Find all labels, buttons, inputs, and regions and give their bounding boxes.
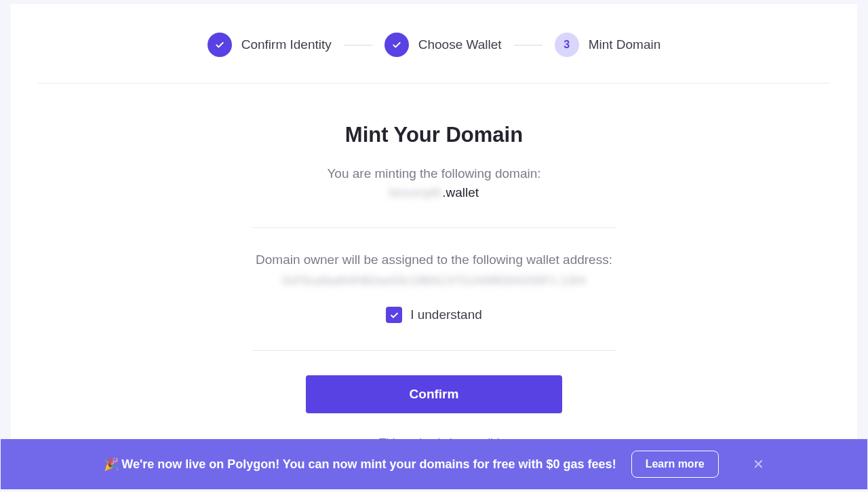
- step-choose-wallet: Choose Wallet: [384, 33, 502, 57]
- domain-suffix: .wallet: [442, 185, 479, 200]
- divider: [252, 227, 616, 228]
- domain-name: bmumyth.wallet: [38, 185, 830, 200]
- step-divider: [344, 45, 372, 45]
- owner-intro-text: Domain owner will be assigned to the fol…: [38, 252, 830, 267]
- step-label: Mint Domain: [589, 37, 661, 52]
- announcement-banner: 🎉We're now live on Polygon! You can now …: [1, 439, 867, 489]
- step-number-icon: 3: [555, 33, 579, 57]
- understand-checkbox[interactable]: [386, 307, 402, 323]
- check-icon: [208, 33, 232, 57]
- step-confirm-identity: Confirm Identity: [208, 33, 332, 57]
- understand-label: I understand: [410, 307, 482, 322]
- confirm-button[interactable]: Confirm: [306, 375, 562, 413]
- domain-prefix-blurred: bmumyth: [389, 185, 442, 200]
- main-card: Confirm Identity Choose Wallet 3 Mint Do…: [11, 4, 857, 459]
- learn-more-button[interactable]: Learn more: [631, 451, 719, 478]
- banner-message: We're now live on Polygon! You can now m…: [121, 457, 616, 472]
- banner-text: 🎉We're now live on Polygon! You can now …: [104, 457, 616, 472]
- step-label: Choose Wallet: [418, 37, 502, 52]
- wallet-address-blurred: 0xF0ca8adh0HB2ae03c19BAC4751A08B304330F1…: [38, 274, 830, 288]
- understand-row: I understand: [38, 307, 830, 323]
- content-area: Mint Your Domain You are minting the fol…: [38, 83, 830, 450]
- minting-intro-text: You are minting the following domain:: [38, 166, 830, 181]
- close-icon[interactable]: ✕: [753, 456, 764, 472]
- stepper: Confirm Identity Choose Wallet 3 Mint Do…: [38, 33, 830, 83]
- step-divider: [514, 45, 542, 45]
- divider: [252, 350, 616, 351]
- check-icon: [384, 33, 409, 57]
- page-title: Mint Your Domain: [38, 123, 830, 147]
- step-mint-domain: 3 Mint Domain: [555, 33, 661, 57]
- step-label: Confirm Identity: [241, 37, 332, 52]
- party-emoji-icon: 🎉: [104, 457, 119, 472]
